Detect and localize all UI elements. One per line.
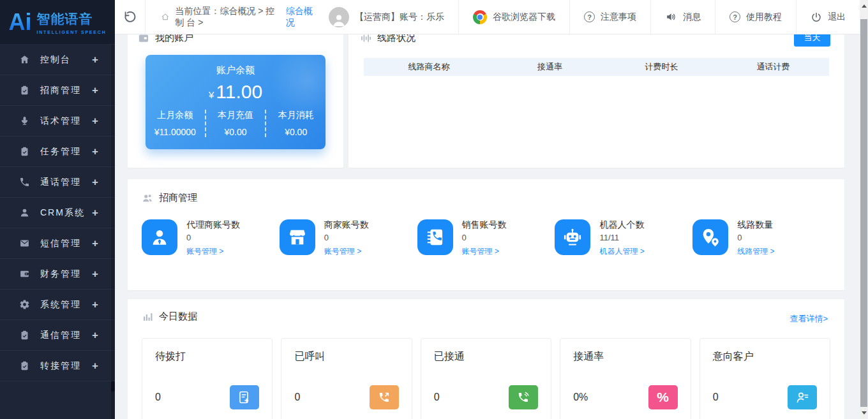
expand-plus-icon[interactable]: + — [92, 54, 98, 66]
expand-plus-icon[interactable]: + — [92, 237, 98, 250]
undo-arrow-icon — [123, 10, 137, 24]
scroll-down-arrow-icon[interactable] — [862, 411, 867, 415]
sidebar-item-sms[interactable]: 短信管理 + — [0, 228, 115, 259]
expand-plus-icon[interactable]: + — [92, 176, 98, 189]
contact-book-icon — [417, 219, 453, 255]
view-details-link[interactable]: 查看详情> — [789, 313, 828, 325]
sidebar-item-tasks[interactable]: 任务管理 + — [0, 136, 115, 167]
back-button[interactable] — [115, 0, 146, 34]
phone-connected-icon[interactable] — [509, 385, 538, 409]
phone-icon — [19, 177, 31, 188]
last-month-balance: 上月余额 ¥11.00000 — [146, 110, 205, 137]
logo-subtitle: INTELLIGENT SPEECH — [36, 30, 106, 34]
robot-manage-link[interactable]: 机器人管理 > — [599, 246, 644, 257]
scrollbar-thumb[interactable] — [860, 19, 867, 407]
today-card-connect-rate: 接通率 0% % — [560, 338, 691, 419]
logout-button[interactable]: 退出 — [796, 0, 860, 34]
sidebar-item-communication[interactable]: 通信管理 + — [0, 320, 115, 351]
stat-merchant-accounts: 商家账号数 0 账号管理 > — [280, 219, 417, 257]
mail-icon — [19, 238, 31, 249]
avatar — [329, 7, 349, 27]
column-header: 计费时长 — [606, 61, 717, 73]
today-card-called: 已呼叫 0 — [281, 338, 412, 419]
line-status-table: 线路商名称 接通率 计费时长 通话计费 — [364, 58, 829, 136]
expand-plus-icon[interactable]: + — [92, 84, 98, 97]
today-card-intent-customers: 意向客户 0 — [700, 338, 830, 419]
topbar-actions: 【运营商】账号：乐乐 谷歌浏览器下载 ? 注意事项 消息 ? 使用教程 退出 — [315, 0, 860, 34]
robot-icon — [555, 219, 590, 255]
wifi-icon — [107, 0, 117, 2]
balance-amount: ¥11.00 — [146, 81, 326, 103]
doc-add-icon[interactable] — [230, 385, 259, 409]
line-status-title: 线路状况 — [348, 34, 844, 44]
stat-agent-accounts: 代理商账号数 0 账号管理 > — [142, 219, 280, 257]
sidebar-item-crm[interactable]: CRM系统 + — [0, 198, 115, 228]
sidebar-item-merchants[interactable]: 招商管理 + — [0, 75, 115, 106]
chrome-download-button[interactable]: 谷歌浏览器下载 — [458, 0, 569, 34]
line-manage-link[interactable]: 线路管理 > — [737, 246, 774, 257]
expand-plus-icon[interactable]: + — [92, 207, 98, 219]
account-manage-link[interactable]: 账号管理 > — [186, 246, 240, 257]
expand-plus-icon[interactable]: + — [92, 298, 98, 311]
month-recharge: 本月充值 ¥0.00 — [205, 110, 266, 137]
sidebar-item-transfer[interactable]: 转接管理 + — [0, 351, 115, 381]
store-icon — [280, 219, 315, 255]
home-icon — [19, 54, 31, 66]
notice-button[interactable]: ? 注意事项 — [569, 0, 650, 34]
expand-plus-icon[interactable]: + — [92, 329, 98, 342]
map-pin-icon — [692, 219, 728, 255]
today-range-button[interactable]: 当天 — [794, 34, 830, 47]
sidebar-scrollbar-thumb[interactable] — [111, 381, 115, 392]
speaker-icon — [665, 11, 677, 23]
page-scrollbar[interactable] — [860, 0, 868, 419]
people-icon — [142, 193, 153, 204]
clipboard-icon — [19, 360, 31, 372]
percent-icon[interactable]: % — [648, 385, 678, 409]
month-consumption: 本月消耗 ¥0.00 — [265, 110, 326, 137]
wallet-icon — [19, 268, 31, 280]
app-logo: Ai 智能语音 INTELLIGENT SPEECH — [0, 0, 115, 45]
today-data-card: 今日数据 查看详情> 待拨打 0 已呼叫 0 — [128, 299, 844, 419]
tutorial-button[interactable]: ? 使用教程 — [715, 0, 796, 34]
breadcrumb-current[interactable]: 综合概况 — [286, 6, 315, 29]
waveform-icon — [360, 34, 371, 44]
expand-plus-icon[interactable]: + — [92, 115, 98, 128]
stat-robot-count: 机器人个数 11/11 机器人管理 > — [555, 219, 692, 257]
chrome-icon — [473, 10, 487, 24]
my-account-card: 我的账户 账户余额 ¥11.00 上月余额 ¥11.00000 本月充值 — [128, 34, 343, 168]
sidebar-item-console[interactable]: 控制台 + — [0, 45, 115, 75]
scroll-up-arrow-icon[interactable] — [862, 4, 867, 8]
column-header: 接通率 — [494, 61, 606, 73]
sidebar-item-system[interactable]: 系统管理 + — [0, 290, 115, 320]
stat-sales-accounts: 销售账号数 0 账号管理 > — [417, 219, 555, 257]
line-table-body — [364, 76, 829, 136]
breadcrumb: 当前位置：综合概况 > 控 制 台 > 综合概况 — [161, 6, 315, 29]
today-data-title: 今日数据 — [142, 311, 830, 323]
account-manage-link[interactable]: 账号管理 > — [324, 246, 369, 257]
expand-plus-icon[interactable]: + — [92, 360, 98, 372]
merchants-title: 招商管理 — [142, 192, 830, 204]
home-outline-icon — [161, 11, 170, 22]
clipboard-icon — [19, 330, 31, 341]
logo-title: 智能语音 — [36, 10, 106, 28]
account-manage-link[interactable]: 账号管理 > — [462, 246, 507, 257]
clipboard-icon — [19, 146, 31, 158]
expand-plus-icon[interactable]: + — [92, 268, 98, 281]
customer-icon[interactable] — [788, 385, 817, 409]
phone-outgoing-icon[interactable] — [370, 385, 399, 409]
expand-plus-icon[interactable]: + — [92, 145, 98, 158]
sidebar-item-scripts[interactable]: 话术管理 + — [0, 106, 115, 136]
sidebar-menu: 控制台 + 招商管理 + 话术管理 + 任务管理 + 通话管理 + CRM系统 … — [0, 45, 115, 381]
my-account-title: 我的账户 — [128, 34, 343, 44]
breadcrumb-prefix: 当前位置：综合概况 > 控 制 台 > — [175, 6, 280, 29]
account-info[interactable]: 【运营商】账号：乐乐 — [315, 0, 458, 34]
sidebar: Ai 智能语音 INTELLIGENT SPEECH 控制台 + 招商管理 + … — [0, 0, 115, 419]
bar-chart-icon — [142, 311, 153, 323]
sidebar-scrollbar[interactable] — [111, 45, 115, 419]
stat-line-count: 线路数量 0 线路管理 > — [692, 219, 830, 257]
messages-button[interactable]: 消息 — [650, 0, 715, 34]
balance-card: 账户余额 ¥11.00 上月余额 ¥11.00000 本月充值 ¥0.00 — [146, 55, 326, 149]
sidebar-item-finance[interactable]: 财务管理 + — [0, 259, 115, 290]
sidebar-item-calls[interactable]: 通话管理 + — [0, 167, 115, 198]
column-header: 通话计费 — [717, 61, 829, 73]
